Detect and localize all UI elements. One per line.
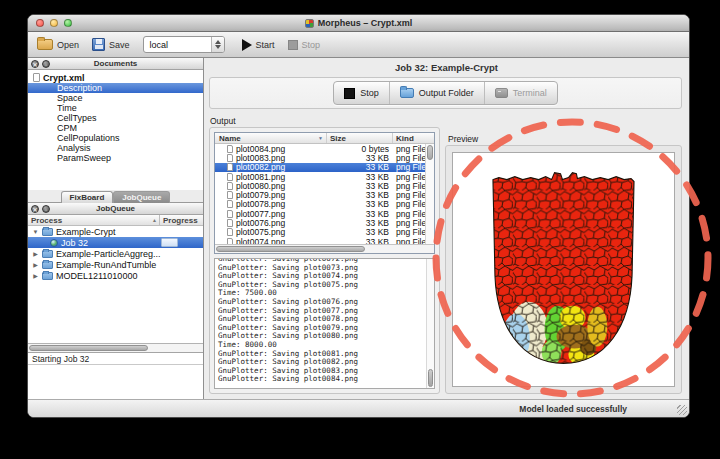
file-row[interactable]: plot0079.png 33 KB png File	[215, 190, 434, 199]
documents-panel-header: ✕ ◦ Documents	[28, 58, 203, 70]
console-output[interactable]: GnuPlotter: Saving plot0072.png GnuPlott…	[214, 258, 435, 389]
open-button[interactable]: Open	[37, 39, 79, 50]
jobqueue-column-headers: Process ▲ Progress	[28, 215, 203, 226]
crypt-preview-image	[489, 171, 638, 369]
file-row[interactable]: plot0076.png 33 KB png File	[215, 218, 434, 227]
folder-icon	[42, 272, 53, 280]
morpheus-window: Morpheus – Crypt.xml Open Save local Sta…	[27, 14, 690, 418]
save-button[interactable]: Save	[92, 38, 130, 51]
file-row[interactable]: plot0078.png 33 KB png File	[215, 200, 434, 209]
tab-fixboard[interactable]: FixBoard	[61, 191, 114, 203]
scrollbar-thumb[interactable]	[29, 345, 148, 351]
host-select-value: local	[144, 40, 211, 50]
column-header-name[interactable]: Name ▼	[215, 133, 327, 143]
file-row[interactable]: plot0081.png 33 KB png File	[215, 172, 434, 181]
folder-icon	[42, 228, 53, 236]
sidebar-tabs: FixBoard JobQueue	[28, 190, 203, 203]
file-icon	[227, 163, 233, 171]
disclosure-closed-icon[interactable]: ▶	[32, 261, 39, 268]
disclosure-closed-icon[interactable]: ▶	[32, 250, 39, 257]
job-progress-bar	[161, 238, 178, 247]
file-table-body: plot0084.png 0 bytes png File plot0083.p…	[215, 144, 434, 244]
file-row-selected[interactable]: plot0082.png 33 KB png File	[215, 163, 434, 172]
zoom-window-button[interactable]	[64, 19, 72, 27]
file-icon	[227, 210, 233, 218]
sidebar-item-analysis[interactable]: Analysis	[28, 143, 203, 153]
float-panel-icon[interactable]: ◦	[42, 60, 50, 68]
start-label: Start	[256, 40, 275, 50]
job-actions-segmented: Stop Output Folder Terminal	[333, 81, 558, 105]
tree-root-label: Crypt.xml	[43, 73, 85, 83]
column-header-progress[interactable]: Progress	[159, 215, 203, 225]
queue-row-example-particleaggregation[interactable]: ▶ Example-ParticleAggreg...	[28, 248, 203, 259]
play-icon	[242, 39, 252, 51]
column-header-kind[interactable]: Kind	[393, 133, 434, 143]
file-row[interactable]: plot0084.png 0 bytes png File	[215, 144, 434, 153]
file-icon	[227, 200, 233, 208]
close-panel-icon[interactable]: ✕	[31, 205, 39, 213]
app-icon	[305, 19, 314, 28]
sidebar-item-cellpopulations[interactable]: CellPopulations	[28, 133, 203, 143]
output-groupbox: Name ▼ Size Kind	[209, 127, 440, 394]
sidebar-item-space[interactable]: Space	[28, 93, 203, 103]
file-icon	[227, 182, 233, 190]
jobqueue-hscrollbar[interactable]	[28, 343, 203, 352]
file-row[interactable]: plot0077.png 33 KB png File	[215, 209, 434, 218]
sort-asc-icon: ▲	[152, 217, 157, 223]
column-header-size[interactable]: Size	[327, 133, 393, 143]
console-vscrollbar[interactable]	[426, 259, 434, 388]
queue-row-model1211010000[interactable]: ▶ MODEL1211010000	[28, 270, 203, 281]
file-icon	[227, 173, 233, 181]
sidebar-item-description[interactable]: Description	[28, 83, 203, 93]
sidebar-item-paramsweep[interactable]: ParamSweep	[28, 153, 203, 163]
column-header-process[interactable]: Process ▲	[28, 215, 159, 225]
resize-grip-icon[interactable]	[677, 405, 687, 415]
terminal-button[interactable]: Terminal	[485, 82, 557, 104]
sidebar-item-time[interactable]: Time	[28, 103, 203, 113]
disclosure-open-icon[interactable]: ▼	[32, 229, 39, 235]
sidebar-item-celltypes[interactable]: CellTypes	[28, 113, 203, 123]
sidebar-item-cpm[interactable]: CPM	[28, 123, 203, 133]
float-panel-icon[interactable]: ◦	[42, 205, 50, 213]
tree-root-crypt-xml[interactable]: Crypt.xml	[28, 72, 203, 83]
stop-label: Stop	[302, 40, 321, 50]
disclosure-closed-icon[interactable]: ▶	[32, 272, 39, 279]
file-row[interactable]: plot0074.png 33 KB png File	[215, 237, 434, 244]
scrollbar-thumb[interactable]	[427, 145, 433, 160]
save-label: Save	[109, 40, 130, 50]
queue-row-job-32[interactable]: Job 32	[28, 237, 203, 248]
documents-panel-title: Documents	[94, 59, 138, 68]
open-label: Open	[57, 40, 79, 50]
main-toolbar: Open Save local Start Stop	[28, 32, 689, 58]
queue-row-example-runandtumble[interactable]: ▶ Example-RunAndTumble	[28, 259, 203, 270]
main-pane: Job 32: Example-Crypt Stop Output Folder	[204, 58, 689, 399]
host-select[interactable]: local	[143, 36, 225, 53]
stop-button[interactable]: Stop	[288, 40, 321, 50]
window-title: Morpheus – Crypt.xml	[318, 18, 413, 28]
statusbar: Model loaded successfully	[28, 399, 689, 417]
file-table-vscrollbar[interactable]	[425, 144, 434, 244]
close-panel-icon[interactable]: ✕	[31, 60, 39, 68]
folder-icon	[42, 261, 53, 269]
traffic-lights	[36, 19, 72, 27]
close-window-button[interactable]	[36, 19, 44, 27]
scrollbar-thumb[interactable]	[216, 246, 365, 252]
job-stop-button[interactable]: Stop	[334, 82, 390, 104]
scrollbar-thumb[interactable]	[428, 369, 433, 387]
queue-row-example-crypt[interactable]: ▼ Example-Crypt	[28, 226, 203, 237]
file-row[interactable]: plot0080.png 33 KB png File	[215, 181, 434, 190]
tab-jobqueue[interactable]: JobQueue	[113, 191, 170, 203]
start-button[interactable]: Start	[242, 39, 275, 51]
sidebar: ✕ ◦ Documents Crypt.xml Description Spac…	[28, 58, 204, 399]
minimize-window-button[interactable]	[50, 19, 58, 27]
preview-image-area	[452, 152, 675, 387]
job-title: Job 32: Example-Crypt	[204, 62, 689, 75]
file-row[interactable]: plot0083.png 33 KB png File	[215, 153, 434, 162]
file-icon	[227, 145, 233, 153]
titlebar[interactable]: Morpheus – Crypt.xml	[28, 15, 689, 32]
stop-square-icon	[288, 40, 298, 50]
output-folder-button[interactable]: Output Folder	[390, 82, 485, 104]
file-row[interactable]: plot0075.png 33 KB png File	[215, 228, 434, 237]
stepper-arrows-icon	[211, 37, 224, 52]
file-table-hscrollbar[interactable]	[215, 244, 434, 253]
